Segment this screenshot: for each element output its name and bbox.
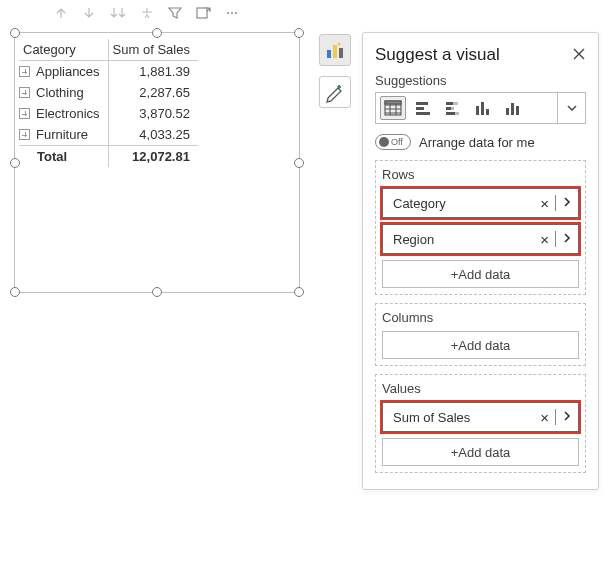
resize-handle[interactable] <box>152 287 162 297</box>
format-visual-button[interactable] <box>319 76 351 108</box>
svg-rect-21 <box>506 108 509 115</box>
suggestions-label: Suggestions <box>375 73 586 88</box>
table-total-row: Total 12,072.81 <box>19 146 198 168</box>
more-icon[interactable] <box>225 6 239 20</box>
expand-icon[interactable] <box>19 129 30 140</box>
field-menu-icon[interactable] <box>556 232 572 247</box>
cell-category: Clothing <box>36 85 84 100</box>
columns-label: Columns <box>382 310 579 325</box>
visual-frame[interactable]: Category Sum of Sales Appliances 1,881.3… <box>14 32 300 293</box>
svg-rect-11 <box>416 112 430 115</box>
svg-rect-13 <box>453 102 458 105</box>
field-pill-sum-of-sales[interactable]: Sum of Sales × <box>382 402 579 432</box>
suggestions-row <box>375 92 586 124</box>
sugg-hbar-icon[interactable] <box>410 96 436 120</box>
total-label: Total <box>37 149 67 164</box>
field-pill-region[interactable]: Region × <box>382 224 579 254</box>
add-data-rows-button[interactable]: +Add data <box>382 260 579 288</box>
add-data-columns-button[interactable]: +Add data <box>382 331 579 359</box>
svg-rect-16 <box>446 112 455 115</box>
svg-rect-10 <box>416 107 424 110</box>
resize-handle[interactable] <box>294 287 304 297</box>
svg-rect-5 <box>333 45 337 58</box>
remove-field-icon[interactable]: × <box>534 409 555 426</box>
expand-icon[interactable] <box>19 66 30 77</box>
table-row: Furniture 4,033.25 <box>19 124 198 146</box>
svg-point-3 <box>235 12 237 14</box>
svg-rect-15 <box>451 107 454 110</box>
suggest-visual-button[interactable] <box>319 34 351 66</box>
arrange-toggle[interactable]: Off <box>375 134 411 150</box>
col-header-value[interactable]: Sum of Sales <box>108 39 198 61</box>
rows-label: Rows <box>382 167 579 182</box>
resize-handle[interactable] <box>10 287 20 297</box>
rows-well[interactable]: Rows Category × Region × +Add data <box>375 160 586 295</box>
cell-value: 4,033.25 <box>108 124 198 146</box>
add-data-values-button[interactable]: +Add data <box>382 438 579 466</box>
resize-handle[interactable] <box>152 28 162 38</box>
table-row: Appliances 1,881.39 <box>19 61 198 83</box>
sugg-vbar2-icon[interactable] <box>500 96 526 120</box>
table-row: Clothing 2,287.65 <box>19 82 198 103</box>
svg-rect-6 <box>339 48 343 58</box>
field-menu-icon[interactable] <box>556 410 572 425</box>
field-menu-icon[interactable] <box>556 196 572 211</box>
svg-rect-22 <box>511 103 514 115</box>
total-value: 12,072.81 <box>108 146 198 168</box>
panel-title: Suggest a visual <box>375 45 500 65</box>
resize-handle[interactable] <box>294 28 304 38</box>
cell-value: 1,881.39 <box>108 61 198 83</box>
field-pill-category[interactable]: Category × <box>382 188 579 218</box>
field-name: Sum of Sales <box>393 410 534 425</box>
close-icon[interactable] <box>572 47 586 64</box>
sugg-matrix-icon[interactable] <box>380 96 406 120</box>
cell-category: Electronics <box>36 106 100 121</box>
svg-rect-4 <box>327 50 331 58</box>
svg-rect-0 <box>197 8 207 18</box>
filter-icon[interactable] <box>168 6 182 20</box>
svg-rect-17 <box>455 112 459 115</box>
values-well[interactable]: Values Sum of Sales × +Add data <box>375 374 586 473</box>
suggest-visual-panel: Suggest a visual Suggestions <box>362 32 599 490</box>
arrow-down-icon[interactable] <box>82 6 96 20</box>
sugg-stackhbar-icon[interactable] <box>440 96 466 120</box>
arrows-down-icon[interactable] <box>110 6 126 20</box>
expand-icon[interactable] <box>19 87 30 98</box>
cell-category: Furniture <box>36 127 88 142</box>
drill-icon[interactable] <box>140 6 154 20</box>
svg-point-2 <box>231 12 233 14</box>
remove-field-icon[interactable]: × <box>534 231 555 248</box>
suggestions-dropdown[interactable] <box>557 93 585 123</box>
toggle-state: Off <box>391 137 403 147</box>
resize-handle[interactable] <box>10 28 20 38</box>
cell-value: 3,870.52 <box>108 103 198 124</box>
field-name: Category <box>393 196 534 211</box>
svg-rect-23 <box>516 106 519 115</box>
columns-well[interactable]: Columns +Add data <box>375 303 586 366</box>
cell-category: Appliances <box>36 64 100 79</box>
field-name: Region <box>393 232 534 247</box>
svg-rect-14 <box>446 107 451 110</box>
table-row: Electronics 3,870.52 <box>19 103 198 124</box>
svg-rect-20 <box>486 109 489 115</box>
svg-rect-12 <box>446 102 453 105</box>
values-label: Values <box>382 381 579 396</box>
cell-value: 2,287.65 <box>108 82 198 103</box>
svg-rect-8 <box>385 101 401 104</box>
sugg-vbar1-icon[interactable] <box>470 96 496 120</box>
svg-rect-19 <box>481 102 484 115</box>
svg-point-1 <box>227 12 229 14</box>
col-header-category[interactable]: Category <box>19 39 108 61</box>
export-icon[interactable] <box>196 6 211 20</box>
arrow-up-icon[interactable] <box>54 6 68 20</box>
visual-toolbar <box>54 6 239 20</box>
svg-rect-9 <box>416 102 428 105</box>
remove-field-icon[interactable]: × <box>534 195 555 212</box>
expand-icon[interactable] <box>19 108 30 119</box>
resize-handle[interactable] <box>294 158 304 168</box>
matrix-visual: Category Sum of Sales Appliances 1,881.3… <box>19 39 198 167</box>
arrange-label: Arrange data for me <box>419 135 535 150</box>
svg-rect-18 <box>476 106 479 115</box>
